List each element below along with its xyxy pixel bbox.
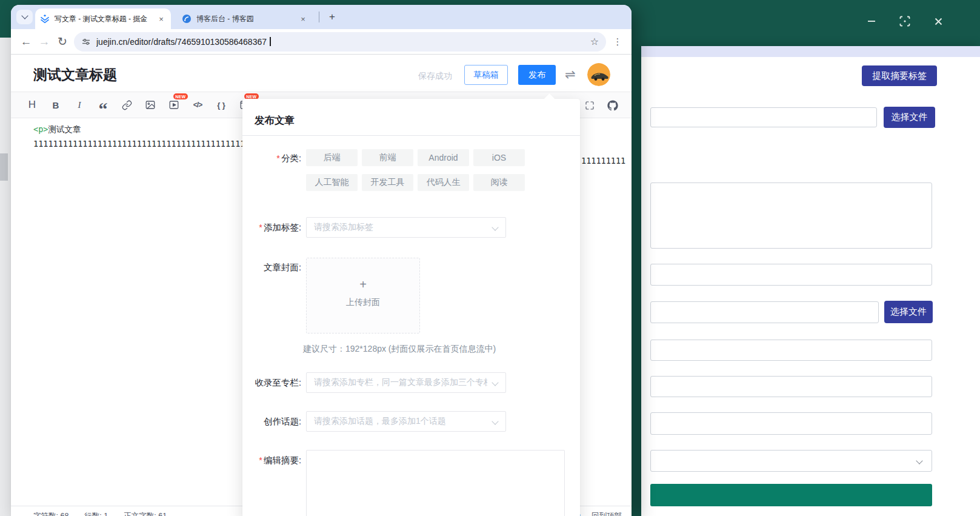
editor-content-line1[interactable]: <p>测试文章 <box>33 124 81 135</box>
topic-select[interactable]: 请搜索添加话题，最多添加1个话题 <box>306 411 506 432</box>
summary-textarea[interactable] <box>306 450 565 516</box>
category-frontend[interactable]: 前端 <box>362 149 413 166</box>
background-window-top-strip <box>641 46 980 57</box>
image-icon[interactable] <box>145 99 156 111</box>
desktop: 提取摘要标签 选择文件 选择文件 写文章 - 测试文章标题 - 掘金 <box>0 0 980 516</box>
cover-upload-box[interactable]: + 上传封面 <box>306 258 420 333</box>
video-icon[interactable]: NEW <box>168 99 179 111</box>
required-asterisk: * <box>259 455 262 465</box>
tags-select[interactable]: 请搜索添加标签 <box>306 217 506 238</box>
text-cursor <box>270 37 271 46</box>
dialog-divider <box>242 135 580 136</box>
italic-icon[interactable]: I <box>74 99 85 111</box>
background-window-blog-admin: 提取摘要标签 选择文件 选择文件 <box>641 46 980 516</box>
juejin-editor-page: 测试文章标题 保存成功 草稿箱 发布 ⇌ H B I “ <box>11 55 632 516</box>
bg-submit-bar[interactable] <box>650 484 932 506</box>
bg-input-5[interactable] <box>650 376 932 397</box>
category-reading[interactable]: 阅读 <box>473 174 525 191</box>
collection-label: 收录至专栏: <box>242 377 301 389</box>
bg-input-6[interactable] <box>650 412 932 435</box>
capture-icon[interactable] <box>898 15 912 28</box>
category-backend[interactable]: 后端 <box>306 149 358 166</box>
tab-cnblogs-admin[interactable]: 博客后台 - 博客园 × <box>177 8 313 29</box>
minimize-icon[interactable] <box>865 15 878 28</box>
background-left-scroll-thumb <box>0 153 8 181</box>
category-devtools[interactable]: 开发工具 <box>362 174 413 191</box>
drafts-button[interactable]: 草稿箱 <box>464 65 508 85</box>
bg-select[interactable] <box>650 450 932 472</box>
bg-input-2[interactable] <box>650 264 932 286</box>
browser-menu-icon[interactable]: ⋮ <box>610 34 625 50</box>
upload-cover-text: 上传封面 <box>307 297 419 308</box>
plus-icon: + <box>307 278 419 292</box>
chevron-down-icon <box>916 457 922 464</box>
save-status: 保存成功 <box>418 71 452 82</box>
summary-label: *编辑摘要: <box>242 455 301 466</box>
choose-file-button-1[interactable]: 选择文件 <box>884 107 935 128</box>
line1-text: 测试文章 <box>48 124 81 134</box>
reload-button[interactable]: ↻ <box>53 33 72 51</box>
bg-textarea-1[interactable] <box>650 183 932 249</box>
link-icon[interactable] <box>121 99 132 111</box>
switch-editor-icon[interactable]: ⇌ <box>565 67 576 82</box>
tab-search-button[interactable] <box>16 10 33 24</box>
bg-input-4[interactable] <box>650 340 932 361</box>
back-button[interactable]: ← <box>17 33 35 51</box>
braces-icon[interactable]: { } <box>216 99 227 111</box>
tags-label: *添加标签: <box>242 222 301 233</box>
category-label: *分类: <box>242 153 301 164</box>
new-badge: NEW <box>173 93 188 99</box>
cover-label: 文章封面: <box>242 262 301 273</box>
topic-placeholder: 请搜索添加话题，最多添加1个话题 <box>314 416 446 427</box>
tab-juejin-editor[interactable]: 写文章 - 测试文章标题 - 掘金 × <box>35 8 171 29</box>
back-to-top-button[interactable]: 回到顶部 <box>592 511 622 516</box>
bookmark-star-icon[interactable]: ☆ <box>590 36 599 47</box>
collection-placeholder: 请搜索添加专栏，同一篇文章最多添加三个专栏 <box>314 377 487 388</box>
tab-title: 博客后台 - 博客园 <box>196 14 293 24</box>
forward-button[interactable]: → <box>35 33 53 51</box>
github-icon[interactable] <box>607 99 618 112</box>
blockquote-icon[interactable]: “ <box>98 99 108 111</box>
tab-close-icon[interactable]: × <box>156 14 166 24</box>
tab-title: 写文章 - 测试文章标题 - 掘金 <box>55 14 152 24</box>
choose-file-button-2[interactable]: 选择文件 <box>884 301 933 323</box>
inline-code-icon[interactable]: </> <box>192 99 203 111</box>
cnblogs-favicon-icon <box>182 14 192 24</box>
fullscreen-icon[interactable] <box>584 99 595 112</box>
chevron-down-icon <box>21 12 28 19</box>
required-asterisk: * <box>276 153 280 163</box>
new-tab-button[interactable]: + <box>325 10 339 24</box>
address-bar[interactable]: juejin.cn/editor/drafts/7465910130586468… <box>74 32 606 52</box>
editor-toolbar-right <box>584 92 618 119</box>
browser-toolbar: ← → ↻ juejin.cn/editor/drafts/7465910130… <box>11 29 632 55</box>
desktop-window-controls <box>865 15 945 28</box>
article-title-input[interactable]: 测试文章标题 <box>33 65 117 84</box>
bg-input-3[interactable] <box>650 301 879 323</box>
preview-text-fragment: 111111111 <box>581 156 625 166</box>
browser-window: 写文章 - 测试文章标题 - 掘金 × 博客后台 - 博客园 × + ← → ↻ <box>11 5 632 516</box>
dialog-title: 发布文章 <box>255 114 295 127</box>
avatar[interactable] <box>587 63 610 86</box>
collection-select[interactable]: 请搜索添加专栏，同一篇文章最多添加三个专栏 <box>306 372 506 393</box>
tab-close-icon[interactable]: × <box>298 14 308 24</box>
char-count: 字符数: 68 <box>33 511 68 516</box>
required-asterisk: * <box>259 223 262 232</box>
publish-dialog: 发布文章 *分类: 后端 前端 Android iOS 人工智能 开发工具 代码… <box>242 99 580 516</box>
heading-icon[interactable]: H <box>27 99 38 111</box>
category-ios[interactable]: iOS <box>473 149 525 166</box>
category-options: 后端 前端 Android iOS 人工智能 开发工具 代码人生 阅读 <box>306 149 525 191</box>
tab-strip: 写文章 - 测试文章标题 - 掘金 × 博客后台 - 博客园 × + <box>11 5 632 29</box>
tab-divider <box>319 12 319 22</box>
bg-input-1[interactable] <box>650 107 877 127</box>
category-ai[interactable]: 人工智能 <box>306 174 358 191</box>
publish-button[interactable]: 发布 <box>518 65 556 85</box>
close-icon[interactable] <box>932 15 945 28</box>
category-coding-life[interactable]: 代码人生 <box>418 174 469 191</box>
topic-label: 创作话题: <box>242 416 301 427</box>
bold-icon[interactable]: B <box>50 99 61 111</box>
site-info-icon[interactable] <box>81 37 91 47</box>
category-android[interactable]: Android <box>418 149 469 166</box>
juejin-favicon-icon <box>40 14 50 24</box>
tags-placeholder: 请搜索添加标签 <box>314 222 373 233</box>
extract-summary-tags-button[interactable]: 提取摘要标签 <box>862 65 937 86</box>
